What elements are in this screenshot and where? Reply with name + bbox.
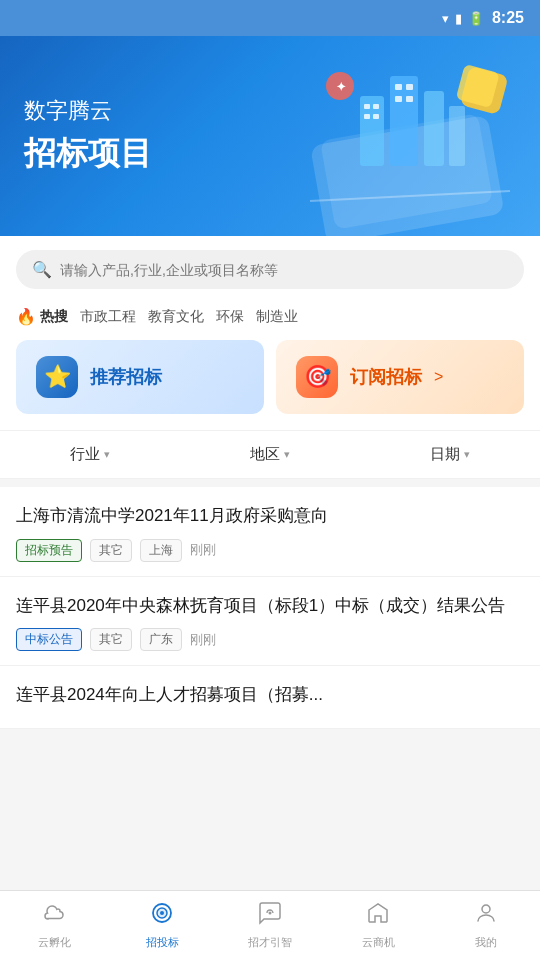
- nav-yunshangji[interactable]: 云商机: [324, 891, 432, 960]
- search-container: 🔍: [0, 236, 540, 299]
- subscribe-button[interactable]: 🎯 订阅招标 >: [276, 340, 524, 414]
- tag-1-2: 广东: [140, 628, 182, 651]
- svg-rect-3: [390, 76, 418, 166]
- nav-wode[interactable]: 我的: [432, 891, 540, 960]
- tag-0-1: 其它: [90, 539, 132, 562]
- recommend-star-icon: ⭐: [44, 364, 71, 390]
- filter-date-label: 日期: [430, 445, 460, 464]
- filter-region-arrow: ▾: [284, 448, 290, 461]
- nav-yunfuhua[interactable]: 云孵化: [0, 891, 108, 960]
- action-buttons: ⭐ 推荐招标 🎯 订阅招标 >: [0, 340, 540, 430]
- hot-label: 🔥 热搜: [16, 307, 68, 326]
- news-tags-0: 招标预告 其它 上海 刚刚: [16, 539, 524, 562]
- search-input[interactable]: [60, 262, 508, 278]
- banner-illustration: ✦: [280, 46, 530, 236]
- nav-zhaoraiyinzhi-label: 招才引智: [248, 935, 292, 950]
- filter-region-label: 地区: [250, 445, 280, 464]
- fire-icon: 🔥: [16, 307, 36, 326]
- nav-zhaoraiyinzhi-icon: [258, 901, 282, 931]
- tag-0-2: 上海: [140, 539, 182, 562]
- news-tags-1: 中标公告 其它 广东 刚刚: [16, 628, 524, 651]
- hot-tag-2[interactable]: 环保: [216, 308, 244, 326]
- hot-tag-0[interactable]: 市政工程: [80, 308, 136, 326]
- svg-rect-2: [360, 96, 384, 166]
- filter-industry[interactable]: 行业 ▾: [0, 431, 180, 478]
- tag-1-3: 刚刚: [190, 631, 216, 649]
- tag-1-1: 其它: [90, 628, 132, 651]
- nav-yunshangji-label: 云商机: [362, 935, 395, 950]
- svg-rect-13: [406, 96, 413, 102]
- svg-rect-5: [449, 106, 465, 166]
- news-item-1[interactable]: 连平县2020年中央森林抚育项目（标段1）中标（成交）结果公告 中标公告 其它 …: [0, 577, 540, 667]
- svg-point-22: [269, 912, 272, 915]
- recommend-icon: ⭐: [36, 356, 78, 398]
- bottom-nav: 云孵化 招投标 招才引智 云商机: [0, 890, 540, 960]
- hot-label-text: 热搜: [40, 308, 68, 326]
- subscribe-icon: 🎯: [296, 356, 338, 398]
- search-icon: 🔍: [32, 260, 52, 279]
- hot-search: 🔥 热搜 市政工程 教育文化 环保 制造业: [0, 299, 540, 340]
- banner-subtitle: 数字腾云: [24, 96, 152, 126]
- subscribe-label: 订阅招标: [350, 365, 422, 389]
- search-bar[interactable]: 🔍: [16, 250, 524, 289]
- subscribe-arrow-icon: >: [434, 368, 443, 386]
- banner-title: 招标项目: [24, 132, 152, 176]
- news-title-1: 连平县2020年中央森林抚育项目（标段1）中标（成交）结果公告: [16, 593, 524, 619]
- status-time: 8:25: [492, 9, 524, 27]
- svg-rect-4: [424, 91, 444, 166]
- tag-0-3: 刚刚: [190, 541, 216, 559]
- recommend-button[interactable]: ⭐ 推荐招标: [16, 340, 264, 414]
- filter-date-arrow: ▾: [464, 448, 470, 461]
- svg-rect-11: [406, 84, 413, 90]
- svg-rect-10: [395, 84, 402, 90]
- nav-zhaoraiyinzhi[interactable]: 招才引智: [216, 891, 324, 960]
- nav-zhaotouzhan-label: 招投标: [146, 935, 179, 950]
- battery-icon: 🔋: [468, 11, 484, 26]
- svg-text:✦: ✦: [336, 80, 346, 94]
- nav-yunfuhua-label: 云孵化: [38, 935, 71, 950]
- svg-rect-9: [373, 114, 379, 119]
- partial-title: 连平县2024年向上人才招募项目（招募...: [16, 682, 524, 708]
- nav-yunfuhua-icon: [42, 901, 66, 931]
- recommend-label: 推荐招标: [90, 365, 162, 389]
- svg-rect-8: [364, 114, 370, 119]
- nav-wode-label: 我的: [475, 935, 497, 950]
- svg-rect-12: [395, 96, 402, 102]
- news-item-partial[interactable]: 连平县2024年向上人才招募项目（招募...: [0, 666, 540, 729]
- nav-wode-icon: [474, 901, 498, 931]
- subscribe-target-icon: 🎯: [304, 364, 331, 390]
- banner: 数字腾云 招标项目 ✦: [0, 36, 540, 236]
- filter-industry-label: 行业: [70, 445, 100, 464]
- wifi-icon: ▾: [442, 11, 449, 26]
- filter-date[interactable]: 日期 ▾: [360, 431, 540, 478]
- nav-yunshangji-icon: [366, 901, 390, 931]
- filter-region[interactable]: 地区 ▾: [180, 431, 360, 478]
- status-icons: ▾ ▮ 🔋: [442, 11, 484, 26]
- banner-text: 数字腾云 招标项目: [24, 96, 152, 176]
- filter-bar: 行业 ▾ 地区 ▾ 日期 ▾: [0, 430, 540, 479]
- filter-industry-arrow: ▾: [104, 448, 110, 461]
- nav-zhaotouzhan[interactable]: 招投标: [108, 891, 216, 960]
- status-bar: ▾ ▮ 🔋 8:25: [0, 0, 540, 36]
- hot-tag-1[interactable]: 教育文化: [148, 308, 204, 326]
- news-item-0[interactable]: 上海市清流中学2021年11月政府采购意向 招标预告 其它 上海 刚刚: [0, 487, 540, 577]
- svg-point-21: [160, 911, 164, 915]
- svg-rect-6: [364, 104, 370, 109]
- svg-point-23: [482, 905, 490, 913]
- signal-icon: ▮: [455, 11, 462, 26]
- nav-zhaotouzhan-icon: [150, 901, 174, 931]
- tag-1-0: 中标公告: [16, 628, 82, 651]
- tag-0-0: 招标预告: [16, 539, 82, 562]
- hot-tag-3[interactable]: 制造业: [256, 308, 298, 326]
- news-title-0: 上海市清流中学2021年11月政府采购意向: [16, 503, 524, 529]
- content-list: 上海市清流中学2021年11月政府采购意向 招标预告 其它 上海 刚刚 连平县2…: [0, 487, 540, 729]
- svg-rect-7: [373, 104, 379, 109]
